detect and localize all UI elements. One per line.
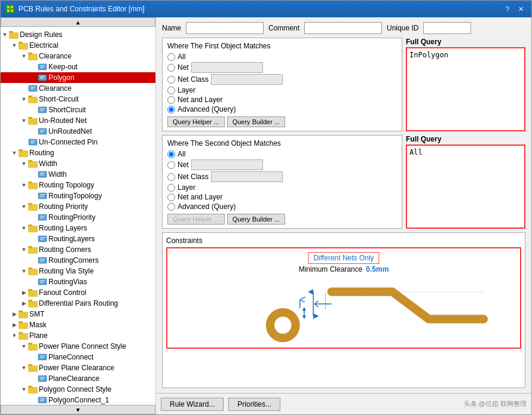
first-query-builder-btn[interactable]: Query Builder ...: [227, 116, 285, 127]
first-all-radio[interactable]: [167, 53, 175, 61]
first-query-helper-btn[interactable]: Query Helper ...: [167, 116, 225, 127]
tree-item-routing-layers[interactable]: ▼Routing Layers: [1, 223, 155, 233]
tree-item-routingvias[interactable]: RoutingVias: [1, 276, 155, 287]
tree-item-routing-via-style[interactable]: ▼Routing Via Style: [1, 266, 155, 276]
second-netclass-combo[interactable]: [211, 171, 283, 182]
first-netandlayer-radio[interactable]: [167, 96, 175, 104]
svg-rect-50: [38, 193, 47, 199]
tree-expander-routing-layers[interactable]: ▼: [20, 224, 28, 232]
tree-expander-design-rules[interactable]: ▼: [1, 30, 9, 39]
tree-label-polygon: Polygon: [48, 73, 74, 82]
uniqueid-input[interactable]: [423, 22, 471, 34]
tree-expander-mask[interactable]: ▶: [10, 321, 19, 329]
name-input[interactable]: [186, 22, 264, 34]
tree-item-clearance2[interactable]: Clearance: [1, 83, 155, 94]
tree-item-un-connected-pin[interactable]: Un-Connected Pin: [1, 137, 155, 147]
first-net-radio[interactable]: [167, 64, 175, 72]
tree-expander-routing-via-style[interactable]: ▼: [20, 267, 28, 275]
tree-item-routing[interactable]: ▼Routing: [1, 147, 155, 158]
tree-item-design-rules[interactable]: ▼Design Rules: [1, 29, 155, 40]
tree-item-keep-out[interactable]: Keep-out: [1, 62, 155, 72]
tree-expander-clearance[interactable]: ▼: [20, 52, 28, 60]
tree-item-mask[interactable]: ▶Mask: [1, 319, 155, 330]
tree-item-polygon[interactable]: Polygon: [1, 72, 155, 83]
svg-rect-4: [11, 10, 13, 12]
priorities-button[interactable]: Priorities...: [228, 398, 280, 411]
tree-item-power-plane-connect-style[interactable]: ▼Power Plane Connect Style: [1, 341, 155, 352]
help-button[interactable]: ?: [502, 4, 513, 14]
tree-item-routingtopology[interactable]: RoutingTopology: [1, 190, 155, 201]
svg-rect-40: [19, 149, 23, 151]
folder-icon-un-routed-net: [28, 116, 38, 125]
tree-scroll-down[interactable]: ▼: [1, 405, 155, 414]
tree-item-routing-priority[interactable]: ▼Routing Priority: [1, 201, 155, 212]
tree-expander-diff-pairs-routing[interactable]: ▶: [20, 299, 28, 308]
tree-item-electrical[interactable]: ▼Electrical: [1, 40, 155, 51]
second-all-radio[interactable]: [167, 150, 175, 158]
rule-icon-routingvias: [38, 277, 47, 287]
tree-expander-power-plane-clearance[interactable]: ▼: [20, 364, 28, 372]
tree-item-width[interactable]: ▼Width: [1, 158, 155, 169]
folder-icon-routing-via-style: [28, 266, 38, 276]
second-net-radio[interactable]: [167, 161, 175, 169]
tree-item-power-plane-clearance[interactable]: ▼Power Plane Clearance: [1, 362, 155, 373]
tree-label-unroutednet: UnRoutedNet: [48, 127, 92, 136]
tree-expander-power-plane-connect-style[interactable]: ▼: [20, 342, 28, 351]
tree-item-routinglayers[interactable]: RoutingLayers: [1, 233, 155, 244]
tree-expander-routing[interactable]: ▼: [10, 149, 19, 157]
first-layer-radio[interactable]: [167, 87, 175, 94]
second-full-query-content[interactable]: All: [406, 145, 525, 229]
tree-expander-fanout-control[interactable]: ▶: [20, 288, 28, 297]
tree-expander-routing-topology[interactable]: ▼: [20, 181, 28, 189]
second-advanced-radio[interactable]: [167, 203, 175, 211]
second-netclass-radio[interactable]: [167, 173, 175, 181]
tree-expander-electrical[interactable]: ▼: [10, 41, 19, 50]
tree-item-planeconnect[interactable]: PlaneConnect: [1, 352, 155, 362]
tree-expander-polygon-connect-style[interactable]: ▼: [20, 385, 28, 394]
tree-item-routing-topology[interactable]: ▼Routing Topology: [1, 180, 155, 190]
first-netclass-radio[interactable]: [167, 76, 175, 84]
tree-item-unroutednet[interactable]: UnRoutedNet: [1, 126, 155, 137]
min-clearance-value[interactable]: 0.5mm: [366, 265, 389, 273]
tree-item-planeclearance[interactable]: PlaneClearance: [1, 373, 155, 384]
tree-item-routing-corners[interactable]: ▼Routing Corners: [1, 244, 155, 255]
first-net-combo[interactable]: [191, 62, 263, 73]
folder-icon-plane: [19, 331, 28, 340]
comment-input[interactable]: [304, 22, 382, 34]
second-query-helper-btn[interactable]: Query Helper ...: [167, 214, 225, 225]
tree-item-polygonconnect-1[interactable]: PolygonConnect_1: [1, 395, 155, 405]
tree-item-short-circuit[interactable]: ▼Short-Circuit: [1, 94, 155, 104]
tree-item-fanout-control[interactable]: ▶Fanout Control: [1, 287, 155, 298]
tree-item-plane[interactable]: ▼Plane: [1, 330, 155, 341]
tree-item-width2[interactable]: Width: [1, 169, 155, 180]
tree-item-routingpriority[interactable]: RoutingPriority: [1, 212, 155, 223]
tree-item-polygon-connect-style[interactable]: ▼Polygon Connect Style: [1, 384, 155, 395]
tree-expander-plane[interactable]: ▼: [10, 331, 19, 340]
second-query-builder-btn[interactable]: Query Builder ...: [227, 214, 285, 225]
close-button[interactable]: ✕: [515, 4, 527, 14]
first-netclass-combo[interactable]: [211, 74, 283, 85]
second-layer-radio[interactable]: [167, 184, 175, 192]
tree-item-shortcircuit[interactable]: ShortCircuit: [1, 104, 155, 115]
tree-item-routingcorners[interactable]: RoutingCorners: [1, 255, 155, 266]
tree-expander-smt[interactable]: ▶: [10, 310, 19, 318]
tree-item-clearance[interactable]: ▼Clearance: [1, 51, 155, 62]
rule-wizard-button[interactable]: Rule Wizard...: [161, 398, 224, 411]
first-advanced-radio[interactable]: [167, 106, 175, 113]
first-object-radios: All Net Net Class: [167, 53, 397, 127]
tree-expander-short-circuit[interactable]: ▼: [20, 95, 28, 103]
tree-label-smt: SMT: [29, 310, 44, 318]
folder-icon-routing-corners: [28, 245, 38, 254]
tree-expander-width[interactable]: ▼: [20, 159, 28, 168]
tree-item-smt[interactable]: ▶SMT: [1, 309, 155, 319]
tree-expander-routing-corners[interactable]: ▼: [20, 245, 28, 254]
tree-expander-routing-priority[interactable]: ▼: [20, 202, 28, 211]
tree-container[interactable]: ▼Design Rules▼Electrical▼ClearanceKeep-o…: [1, 27, 155, 405]
first-full-query-content[interactable]: InPolygon: [406, 47, 525, 131]
tree-item-un-routed-net[interactable]: ▼Un-Routed Net: [1, 115, 155, 126]
tree-item-diff-pairs-routing[interactable]: ▶Differential Pairs Routing: [1, 298, 155, 309]
second-netandlayer-radio[interactable]: [167, 193, 175, 201]
tree-expander-un-routed-net[interactable]: ▼: [20, 116, 28, 125]
tree-scroll-up[interactable]: ▲: [1, 17, 155, 27]
second-net-combo[interactable]: [191, 159, 263, 170]
